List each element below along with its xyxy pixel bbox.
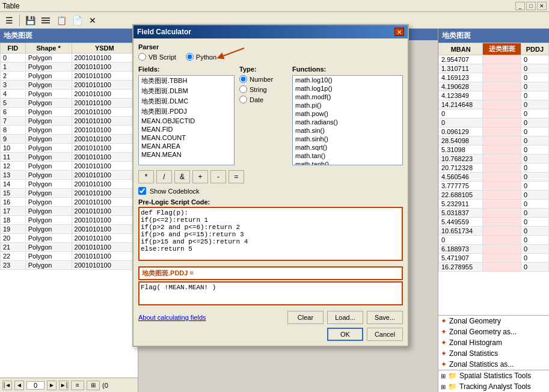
table-row[interactable]: 17Polygon2001010100 — [1, 207, 138, 216]
function-item[interactable]: math.log10() — [293, 76, 402, 84]
right-table-row[interactable]: 00 — [439, 109, 549, 118]
right-table-row[interactable]: 4.5605460 — [439, 173, 549, 182]
right-table-row[interactable]: 00 — [439, 236, 549, 245]
save-dialog-button[interactable]: Save... — [367, 311, 403, 324]
type-date-input[interactable] — [239, 96, 247, 103]
table-row[interactable]: 5Polygon2001010100 — [1, 99, 138, 108]
type-date-radio[interactable]: Date — [239, 96, 287, 103]
type-number-radio[interactable]: Number — [239, 75, 287, 83]
table-row[interactable]: 21Polygon2001010100 — [1, 243, 138, 252]
tracking-analyst-tools-group[interactable]: ⊞ 📁 Tracking Analyst Tools — [438, 381, 549, 392]
function-item[interactable]: math.pi() — [293, 101, 402, 109]
about-link[interactable]: About calculating fields — [138, 314, 206, 321]
load-button[interactable]: Load... — [327, 311, 363, 324]
table-row[interactable]: 15Polygon2001010100 — [1, 189, 138, 198]
op-subtract[interactable]: - — [210, 170, 226, 183]
python-radio[interactable]: Python — [186, 53, 216, 61]
function-item[interactable]: math.tan() — [293, 152, 402, 160]
op-add[interactable]: + — [192, 170, 208, 183]
right-table-row[interactable]: 22.6881050 — [439, 191, 549, 200]
table-row[interactable]: 20Polygon2001010100 — [1, 234, 138, 243]
field-item[interactable]: MEAN.OBJECTID — [139, 117, 234, 125]
function-item[interactable]: math.log1p() — [293, 84, 402, 93]
spatial-statistics-tools-group[interactable]: ⊞ 📁 Spatial Statistics Tools — [438, 370, 549, 381]
table-row[interactable]: 23Polygon2001010100 — [1, 261, 138, 270]
dialog-close-button[interactable]: ✕ — [394, 28, 404, 36]
table-row[interactable]: 13Polygon2001010100 — [1, 171, 138, 180]
table-container[interactable]: FID Shape * YSDM 0Polygon20010101001Poly… — [0, 43, 138, 378]
right-table-row[interactable]: 4.1238490 — [439, 91, 549, 100]
copy-button[interactable]: 📋 — [55, 14, 68, 27]
type-string-input[interactable] — [239, 85, 247, 93]
table-row[interactable]: 7Polygon2001010100 — [1, 117, 138, 126]
op-multiply[interactable]: * — [138, 170, 154, 183]
zonal-geometry-as-item[interactable]: ✦ Zonal Geometry as... — [438, 326, 549, 337]
table-row[interactable]: 14Polygon2001010100 — [1, 180, 138, 189]
right-table-row[interactable]: 5.2329110 — [439, 200, 549, 209]
op-divide[interactable]: / — [156, 170, 172, 183]
nav-prev-button[interactable]: ◄ — [14, 381, 24, 390]
right-table-row[interactable]: 5.4719070 — [439, 254, 549, 263]
table-row[interactable]: 10Polygon2001010100 — [1, 144, 138, 153]
nav-next-button[interactable]: ► — [47, 381, 57, 390]
right-table-row[interactable]: 5.310980 — [439, 145, 549, 155]
zonal-geometry-item[interactable]: ✦ Zonal Geometry — [438, 316, 549, 326]
right-table-row[interactable]: 20.7123280 — [439, 164, 549, 173]
function-item[interactable]: math.pow() — [293, 109, 402, 118]
table-row[interactable]: 4Polygon2001010100 — [1, 90, 138, 99]
right-table-row[interactable]: 3.7777750 — [439, 182, 549, 191]
right-table-row[interactable]: 10.6517340 — [439, 227, 549, 236]
fields-listbox[interactable]: 地类图斑.TBBH地类图斑.DLBM地类图斑.DLMC地类图斑.PDDJMEAN… — [138, 75, 235, 165]
table-row[interactable]: 18Polygon2001010100 — [1, 216, 138, 225]
function-item[interactable]: math.tanh() — [293, 160, 402, 165]
right-table-row[interactable]: 4.1906280 — [439, 82, 549, 91]
col-fid[interactable]: FID — [1, 43, 26, 54]
type-number-input[interactable] — [239, 75, 247, 83]
col-jlt[interactable]: 进类图斑 — [483, 43, 521, 55]
zonal-statistics-item[interactable]: ✦ Zonal Statistics — [438, 348, 549, 359]
field-item[interactable]: 地类图斑.DLBM — [139, 86, 234, 96]
function-item[interactable]: math.modf() — [293, 93, 402, 101]
function-item[interactable]: math.sinh() — [293, 135, 402, 143]
field-item[interactable]: 地类图斑.DLMC — [139, 96, 234, 106]
op-concat[interactable]: & — [174, 170, 190, 183]
maximize-button[interactable]: □ — [526, 2, 536, 10]
python-radio-input[interactable] — [186, 53, 194, 61]
right-table-row[interactable]: 28.540980 — [439, 136, 549, 145]
expression-textarea[interactable]: Flag( !MEAN.MEAN! ) — [138, 281, 403, 305]
minimize-button[interactable]: _ — [515, 2, 525, 10]
table-row[interactable]: 3Polygon2001010100 — [1, 81, 138, 90]
function-item[interactable]: math.radians() — [293, 118, 402, 126]
zonal-histogram-item[interactable]: ✦ Zonal Histogram — [438, 337, 549, 348]
col-pddj[interactable]: PDDJ — [521, 43, 548, 55]
right-table-row[interactable]: 4.1691230 — [439, 73, 549, 82]
right-table-row[interactable]: 16.2789550 — [439, 263, 549, 272]
menu-button[interactable]: ☰ — [2, 14, 16, 27]
options-button[interactable] — [39, 14, 52, 27]
field-item[interactable]: MEAN.AREA — [139, 142, 234, 150]
table-row[interactable]: 2Polygon2001010100 — [1, 72, 138, 81]
field-item[interactable]: MEAN.FID — [139, 125, 234, 133]
table-row[interactable]: 11Polygon2001010100 — [1, 153, 138, 162]
nav-first-button[interactable]: |◄ — [2, 381, 12, 390]
cancel-button[interactable]: Cancel — [367, 328, 403, 341]
table-row[interactable]: 1Polygon2001010100 — [1, 63, 138, 72]
right-table-container[interactable]: MBAN 进类图斑 PDDJ 2.95470701.31071104.16912… — [438, 43, 549, 313]
paste-button[interactable]: 📄 — [70, 14, 84, 27]
type-string-radio[interactable]: String — [239, 85, 287, 93]
table-row[interactable]: 6Polygon2001010100 — [1, 108, 138, 117]
right-table-row[interactable]: 5.0318370 — [439, 209, 549, 218]
ok-button[interactable]: OK — [327, 328, 363, 341]
nav-last-button[interactable]: ►| — [59, 381, 69, 390]
record-input[interactable] — [26, 381, 44, 390]
right-table-row[interactable]: 0.0961290 — [439, 127, 549, 136]
right-table-row[interactable]: 14.2146480 — [439, 100, 549, 109]
right-table-row[interactable]: 00 — [439, 118, 549, 127]
close-button[interactable]: ✕ — [537, 2, 547, 10]
col-mban[interactable]: MBAN — [439, 43, 483, 55]
table-row[interactable]: 12Polygon2001010100 — [1, 162, 138, 171]
delete-button[interactable]: ✕ — [86, 14, 99, 27]
col-ysdm[interactable]: YSDM — [72, 43, 137, 54]
save-button[interactable]: 💾 — [23, 14, 37, 27]
function-item[interactable]: math.sin() — [293, 126, 402, 135]
